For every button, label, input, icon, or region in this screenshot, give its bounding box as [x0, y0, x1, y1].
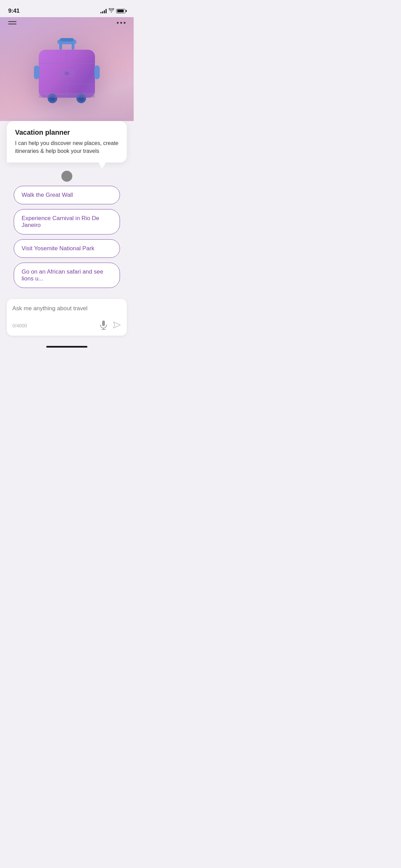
suitcase-illustration	[29, 35, 105, 111]
svg-rect-1	[60, 38, 74, 41]
svg-rect-18	[102, 321, 105, 326]
svg-rect-2	[59, 43, 62, 50]
home-indicator	[46, 346, 87, 348]
suitcase-container	[0, 28, 134, 131]
svg-rect-17	[39, 95, 95, 98]
suggestion-african-safari[interactable]: Go on an African safari and see lions u.…	[14, 263, 120, 288]
mic-button[interactable]	[99, 320, 108, 331]
char-count: 0/4000	[12, 323, 27, 328]
input-actions	[99, 320, 121, 331]
hero-section	[0, 17, 134, 131]
svg-rect-3	[72, 43, 74, 50]
more-options-button[interactable]	[117, 22, 125, 24]
chat-bubble: Vacation planner I can help you discover…	[7, 121, 127, 162]
chat-section: Vacation planner I can help you discover…	[0, 121, 134, 295]
chat-title: Vacation planner	[15, 129, 119, 136]
send-button[interactable]	[112, 321, 121, 330]
status-time: 9:41	[8, 8, 20, 14]
suggestion-rio-carnival[interactable]: Experience Carnival in Rio De Janeiro	[14, 209, 120, 234]
chat-input[interactable]	[12, 305, 121, 315]
wifi-icon	[109, 8, 114, 14]
status-icons	[100, 8, 125, 14]
input-area: 0/4000	[0, 295, 134, 346]
svg-rect-11	[65, 72, 69, 75]
chat-description: I can help you discover new places, crea…	[15, 139, 119, 155]
nav-bar	[0, 17, 134, 28]
signal-icon	[100, 9, 107, 13]
hamburger-menu[interactable]	[8, 21, 16, 24]
battery-icon	[116, 9, 125, 13]
svg-rect-9	[94, 65, 100, 79]
svg-rect-8	[34, 65, 39, 79]
suggestion-great-wall[interactable]: Walk the Great Wall	[14, 186, 120, 204]
input-footer: 0/4000	[12, 320, 121, 331]
input-box: 0/4000	[7, 299, 127, 336]
status-bar: 9:41	[0, 0, 134, 17]
suggestion-yosemite[interactable]: Visit Yosemite National Park	[14, 239, 120, 258]
scroll-indicator	[61, 171, 72, 182]
suggestions-list: Walk the Great Wall Experience Carnival …	[7, 182, 127, 295]
battery-fill	[117, 10, 124, 12]
